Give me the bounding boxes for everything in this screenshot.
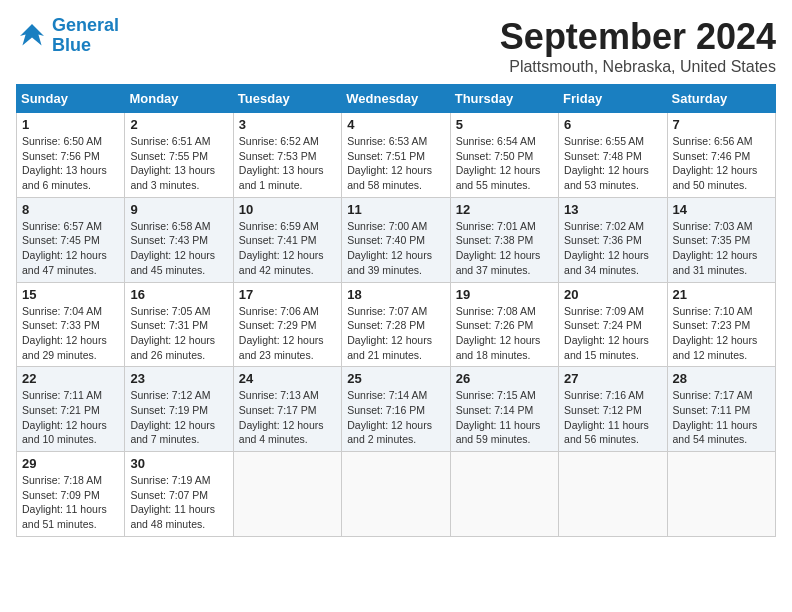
- day-number: 20: [564, 287, 661, 302]
- calendar-week-row: 15 Sunrise: 7:04 AM Sunset: 7:33 PM Dayl…: [17, 282, 776, 367]
- day-info: Sunrise: 6:51 AM Sunset: 7:55 PM Dayligh…: [130, 134, 227, 193]
- weekday-header-saturday: Saturday: [667, 85, 775, 113]
- day-info: Sunrise: 7:11 AM Sunset: 7:21 PM Dayligh…: [22, 388, 119, 447]
- day-number: 27: [564, 371, 661, 386]
- day-number: 6: [564, 117, 661, 132]
- day-info: Sunrise: 6:56 AM Sunset: 7:46 PM Dayligh…: [673, 134, 770, 193]
- day-number: 14: [673, 202, 770, 217]
- day-number: 17: [239, 287, 336, 302]
- calendar-cell: 13 Sunrise: 7:02 AM Sunset: 7:36 PM Dayl…: [559, 197, 667, 282]
- day-number: 22: [22, 371, 119, 386]
- page-header: General Blue September 2024 Plattsmouth,…: [16, 16, 776, 76]
- day-info: Sunrise: 7:08 AM Sunset: 7:26 PM Dayligh…: [456, 304, 553, 363]
- weekday-header-friday: Friday: [559, 85, 667, 113]
- day-info: Sunrise: 7:19 AM Sunset: 7:07 PM Dayligh…: [130, 473, 227, 532]
- logo-text: General Blue: [52, 16, 119, 56]
- day-number: 24: [239, 371, 336, 386]
- calendar-cell: 23 Sunrise: 7:12 AM Sunset: 7:19 PM Dayl…: [125, 367, 233, 452]
- day-info: Sunrise: 7:05 AM Sunset: 7:31 PM Dayligh…: [130, 304, 227, 363]
- day-number: 2: [130, 117, 227, 132]
- calendar-cell: 9 Sunrise: 6:58 AM Sunset: 7:43 PM Dayli…: [125, 197, 233, 282]
- calendar-cell: 22 Sunrise: 7:11 AM Sunset: 7:21 PM Dayl…: [17, 367, 125, 452]
- day-number: 12: [456, 202, 553, 217]
- day-info: Sunrise: 7:10 AM Sunset: 7:23 PM Dayligh…: [673, 304, 770, 363]
- calendar-cell: 3 Sunrise: 6:52 AM Sunset: 7:53 PM Dayli…: [233, 113, 341, 198]
- calendar-cell: [233, 452, 341, 537]
- day-info: Sunrise: 7:06 AM Sunset: 7:29 PM Dayligh…: [239, 304, 336, 363]
- weekday-header-monday: Monday: [125, 85, 233, 113]
- day-number: 30: [130, 456, 227, 471]
- title-block: September 2024 Plattsmouth, Nebraska, Un…: [500, 16, 776, 76]
- day-number: 23: [130, 371, 227, 386]
- calendar-cell: 28 Sunrise: 7:17 AM Sunset: 7:11 PM Dayl…: [667, 367, 775, 452]
- day-info: Sunrise: 7:14 AM Sunset: 7:16 PM Dayligh…: [347, 388, 444, 447]
- calendar-cell: 27 Sunrise: 7:16 AM Sunset: 7:12 PM Dayl…: [559, 367, 667, 452]
- month-year-title: September 2024: [500, 16, 776, 58]
- calendar-cell: 18 Sunrise: 7:07 AM Sunset: 7:28 PM Dayl…: [342, 282, 450, 367]
- calendar-table: SundayMondayTuesdayWednesdayThursdayFrid…: [16, 84, 776, 537]
- calendar-cell: [450, 452, 558, 537]
- calendar-cell: 10 Sunrise: 6:59 AM Sunset: 7:41 PM Dayl…: [233, 197, 341, 282]
- calendar-cell: 25 Sunrise: 7:14 AM Sunset: 7:16 PM Dayl…: [342, 367, 450, 452]
- day-number: 29: [22, 456, 119, 471]
- day-info: Sunrise: 7:09 AM Sunset: 7:24 PM Dayligh…: [564, 304, 661, 363]
- day-info: Sunrise: 7:00 AM Sunset: 7:40 PM Dayligh…: [347, 219, 444, 278]
- calendar-week-row: 22 Sunrise: 7:11 AM Sunset: 7:21 PM Dayl…: [17, 367, 776, 452]
- weekday-header-wednesday: Wednesday: [342, 85, 450, 113]
- day-number: 21: [673, 287, 770, 302]
- calendar-cell: 14 Sunrise: 7:03 AM Sunset: 7:35 PM Dayl…: [667, 197, 775, 282]
- day-number: 28: [673, 371, 770, 386]
- day-info: Sunrise: 7:07 AM Sunset: 7:28 PM Dayligh…: [347, 304, 444, 363]
- weekday-header-sunday: Sunday: [17, 85, 125, 113]
- day-number: 8: [22, 202, 119, 217]
- calendar-week-row: 8 Sunrise: 6:57 AM Sunset: 7:45 PM Dayli…: [17, 197, 776, 282]
- day-number: 19: [456, 287, 553, 302]
- calendar-week-row: 29 Sunrise: 7:18 AM Sunset: 7:09 PM Dayl…: [17, 452, 776, 537]
- calendar-cell: 30 Sunrise: 7:19 AM Sunset: 7:07 PM Dayl…: [125, 452, 233, 537]
- day-info: Sunrise: 7:02 AM Sunset: 7:36 PM Dayligh…: [564, 219, 661, 278]
- day-info: Sunrise: 6:59 AM Sunset: 7:41 PM Dayligh…: [239, 219, 336, 278]
- day-number: 7: [673, 117, 770, 132]
- day-number: 16: [130, 287, 227, 302]
- day-number: 1: [22, 117, 119, 132]
- calendar-cell: 15 Sunrise: 7:04 AM Sunset: 7:33 PM Dayl…: [17, 282, 125, 367]
- logo: General Blue: [16, 16, 119, 56]
- day-number: 26: [456, 371, 553, 386]
- logo-icon: [16, 20, 48, 52]
- calendar-cell: 24 Sunrise: 7:13 AM Sunset: 7:17 PM Dayl…: [233, 367, 341, 452]
- day-info: Sunrise: 6:53 AM Sunset: 7:51 PM Dayligh…: [347, 134, 444, 193]
- day-info: Sunrise: 7:13 AM Sunset: 7:17 PM Dayligh…: [239, 388, 336, 447]
- calendar-cell: 29 Sunrise: 7:18 AM Sunset: 7:09 PM Dayl…: [17, 452, 125, 537]
- calendar-cell: 1 Sunrise: 6:50 AM Sunset: 7:56 PM Dayli…: [17, 113, 125, 198]
- calendar-week-row: 1 Sunrise: 6:50 AM Sunset: 7:56 PM Dayli…: [17, 113, 776, 198]
- calendar-cell: [342, 452, 450, 537]
- day-info: Sunrise: 6:58 AM Sunset: 7:43 PM Dayligh…: [130, 219, 227, 278]
- day-info: Sunrise: 6:57 AM Sunset: 7:45 PM Dayligh…: [22, 219, 119, 278]
- calendar-cell: 19 Sunrise: 7:08 AM Sunset: 7:26 PM Dayl…: [450, 282, 558, 367]
- calendar-cell: 8 Sunrise: 6:57 AM Sunset: 7:45 PM Dayli…: [17, 197, 125, 282]
- logo-line1: General: [52, 15, 119, 35]
- day-number: 13: [564, 202, 661, 217]
- day-info: Sunrise: 7:12 AM Sunset: 7:19 PM Dayligh…: [130, 388, 227, 447]
- calendar-cell: 21 Sunrise: 7:10 AM Sunset: 7:23 PM Dayl…: [667, 282, 775, 367]
- calendar-cell: 6 Sunrise: 6:55 AM Sunset: 7:48 PM Dayli…: [559, 113, 667, 198]
- calendar-cell: 4 Sunrise: 6:53 AM Sunset: 7:51 PM Dayli…: [342, 113, 450, 198]
- day-info: Sunrise: 6:50 AM Sunset: 7:56 PM Dayligh…: [22, 134, 119, 193]
- day-number: 3: [239, 117, 336, 132]
- calendar-cell: 2 Sunrise: 6:51 AM Sunset: 7:55 PM Dayli…: [125, 113, 233, 198]
- calendar-cell: 16 Sunrise: 7:05 AM Sunset: 7:31 PM Dayl…: [125, 282, 233, 367]
- day-info: Sunrise: 7:17 AM Sunset: 7:11 PM Dayligh…: [673, 388, 770, 447]
- calendar-cell: 17 Sunrise: 7:06 AM Sunset: 7:29 PM Dayl…: [233, 282, 341, 367]
- day-info: Sunrise: 6:55 AM Sunset: 7:48 PM Dayligh…: [564, 134, 661, 193]
- svg-marker-0: [20, 24, 44, 46]
- weekday-header-tuesday: Tuesday: [233, 85, 341, 113]
- day-number: 11: [347, 202, 444, 217]
- day-number: 4: [347, 117, 444, 132]
- day-number: 18: [347, 287, 444, 302]
- day-number: 25: [347, 371, 444, 386]
- day-info: Sunrise: 7:04 AM Sunset: 7:33 PM Dayligh…: [22, 304, 119, 363]
- calendar-cell: [667, 452, 775, 537]
- day-info: Sunrise: 7:15 AM Sunset: 7:14 PM Dayligh…: [456, 388, 553, 447]
- weekday-header-thursday: Thursday: [450, 85, 558, 113]
- day-number: 15: [22, 287, 119, 302]
